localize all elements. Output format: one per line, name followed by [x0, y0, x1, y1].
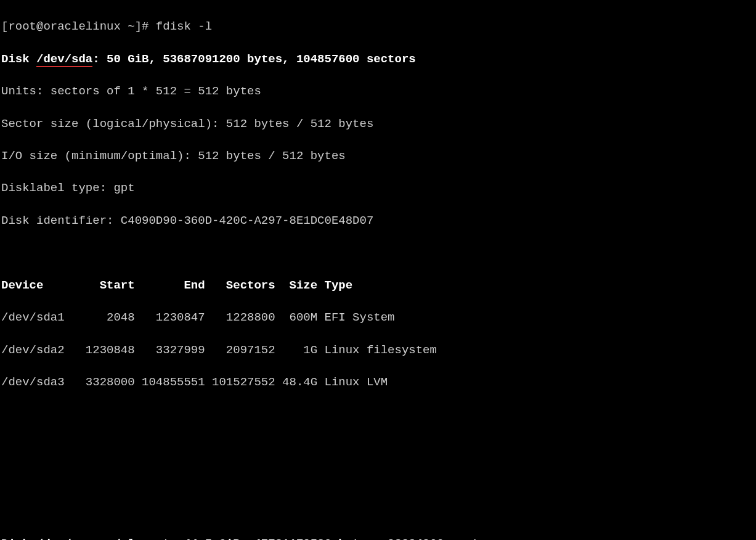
blank-line — [1, 406, 756, 422]
sda-units: Units: sectors of 1 * 512 = 512 bytes — [1, 83, 756, 99]
blank-line — [1, 471, 756, 487]
disk-sda-info: : 50 GiB, 53687091200 bytes, 104857600 s… — [92, 52, 416, 66]
blank-line — [1, 504, 756, 520]
partition-header: Device Start End Sectors Size Type — [1, 277, 756, 293]
shell-prompt: [root@oraclelinux ~]# — [1, 20, 156, 33]
sda-identifier: Disk identifier: C4090D90-360D-420C-A297… — [1, 213, 756, 229]
disk-prefix: Disk — [1, 52, 36, 66]
sda-io-size: I/O size (minimum/optimal): 512 bytes / … — [1, 148, 756, 164]
partition-row: /dev/sda3 3328000 104855551 101527552 48… — [1, 374, 756, 390]
terminal-output: [root@oraclelinux ~]# fdisk -l Disk /dev… — [0, 0, 756, 540]
partition-row: /dev/sda1 2048 1230847 1228800 600M EFI … — [1, 309, 756, 325]
disk-olroot-header: Disk /dev/mapper/ol-root: 44.5 GiB, 4773… — [1, 536, 756, 540]
partition-row: /dev/sda2 1230848 3327999 2097152 1G Lin… — [1, 342, 756, 358]
command-text: fdisk -l — [156, 20, 212, 33]
blank-line — [1, 245, 756, 261]
blank-line — [1, 439, 756, 455]
disk-sda-header: Disk /dev/sda: 50 GiB, 53687091200 bytes… — [1, 51, 756, 67]
disk-sda-name: /dev/sda — [36, 52, 92, 67]
sda-sector-size: Sector size (logical/physical): 512 byte… — [1, 116, 756, 132]
prompt-line: [root@oraclelinux ~]# fdisk -l — [1, 18, 756, 35]
sda-disklabel: Disklabel type: gpt — [1, 180, 756, 196]
